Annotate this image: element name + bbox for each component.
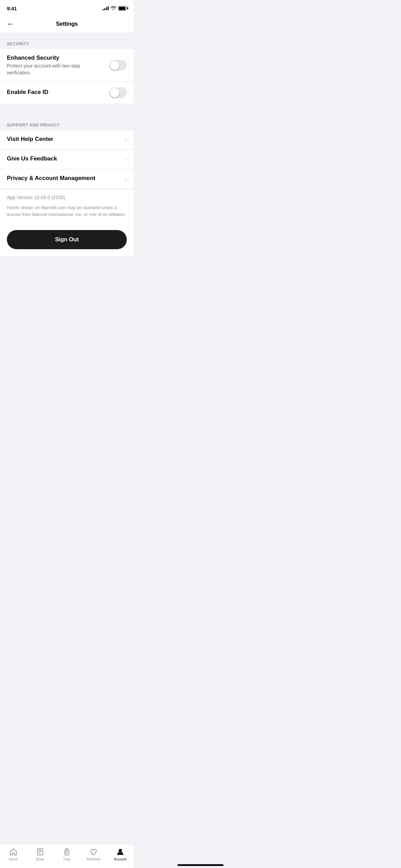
enhanced-security-content: Enhanced Security Protect your account w… (7, 55, 109, 76)
help-center-row[interactable]: Visit Help Center › (0, 130, 134, 150)
toggle-thumb (110, 61, 119, 70)
sign-out-section: Sign Out (0, 223, 134, 256)
face-id-title: Enable Face ID (7, 89, 104, 96)
support-section-card: Visit Help Center › Give Us Feedback › P… (0, 130, 134, 223)
nav-header: ← Settings (0, 15, 134, 33)
privacy-content: Privacy & Account Management (7, 175, 125, 183)
back-arrow-icon: ← (7, 20, 14, 28)
back-button[interactable]: ← (7, 20, 14, 28)
app-version-section: App Version 10.65.0 (2338) Hotels shown … (0, 189, 134, 223)
feedback-row[interactable]: Give Us Feedback › (0, 150, 134, 169)
wifi-icon (111, 5, 116, 11)
app-version-text: App Version 10.65.0 (2338) (7, 195, 127, 200)
sign-out-button[interactable]: Sign Out (7, 230, 127, 249)
chevron-right-icon-3: › (125, 176, 127, 183)
privacy-row[interactable]: Privacy & Account Management › (0, 169, 134, 189)
feedback-title: Give Us Feedback (7, 155, 119, 162)
feedback-content: Give Us Feedback (7, 155, 125, 164)
face-id-row[interactable]: Enable Face ID (0, 82, 134, 104)
security-section-card: Enhanced Security Protect your account w… (0, 49, 134, 104)
enhanced-security-subtitle: Protect your account with two-step verif… (7, 63, 104, 76)
chevron-right-icon: › (125, 136, 127, 144)
page-title: Settings (56, 21, 78, 27)
support-section-header: SUPPORT AND PRIVACY (0, 114, 134, 130)
privacy-title: Privacy & Account Management (7, 175, 119, 182)
main-content: SECURITY Enhanced Security Protect your … (0, 33, 134, 284)
face-id-content: Enable Face ID (7, 89, 109, 97)
toggle-thumb-2 (110, 88, 119, 97)
battery-icon (118, 6, 127, 11)
face-id-toggle[interactable] (109, 87, 127, 98)
status-time: 9:41 (7, 5, 17, 11)
security-section-header: SECURITY (0, 33, 134, 49)
chevron-right-icon-2: › (125, 156, 127, 163)
help-center-title: Visit Help Center (7, 136, 119, 143)
help-center-content: Visit Help Center (7, 136, 125, 144)
status-bar: 9:41 (0, 0, 134, 15)
signal-icon (102, 6, 109, 10)
disclaimer-text: Hotels shown on Marriott.com may be oper… (7, 204, 127, 218)
enhanced-security-row[interactable]: Enhanced Security Protect your account w… (0, 49, 134, 82)
enhanced-security-toggle[interactable] (109, 60, 127, 71)
section-spacer (0, 104, 134, 114)
enhanced-security-title: Enhanced Security (7, 55, 104, 61)
status-icons (102, 5, 127, 11)
